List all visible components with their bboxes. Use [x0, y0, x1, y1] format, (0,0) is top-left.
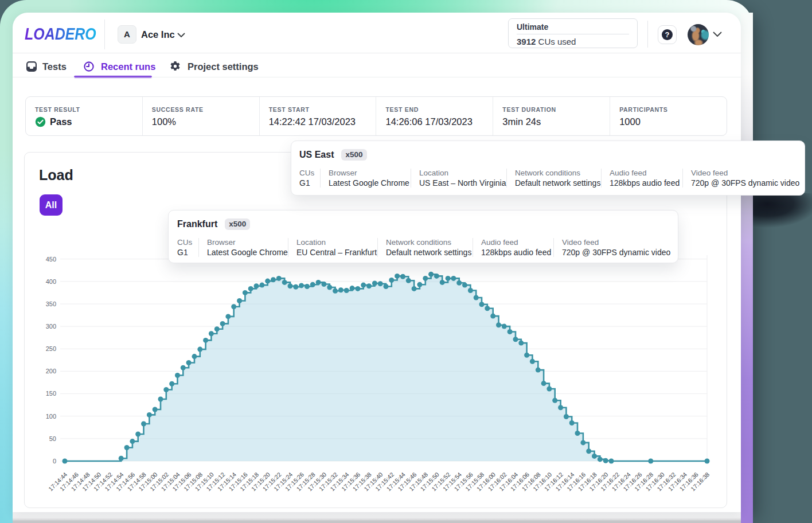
svg-text:450: 450: [46, 256, 56, 263]
svg-text:300: 300: [46, 323, 56, 330]
svg-text:0: 0: [53, 458, 56, 465]
svg-text:50: 50: [49, 435, 56, 442]
svg-text:400: 400: [46, 278, 56, 285]
svg-text:100: 100: [46, 413, 56, 420]
svg-text:350: 350: [46, 300, 56, 307]
svg-text:150: 150: [46, 390, 56, 397]
svg-text:250: 250: [46, 345, 56, 352]
svg-text:200: 200: [46, 368, 56, 374]
